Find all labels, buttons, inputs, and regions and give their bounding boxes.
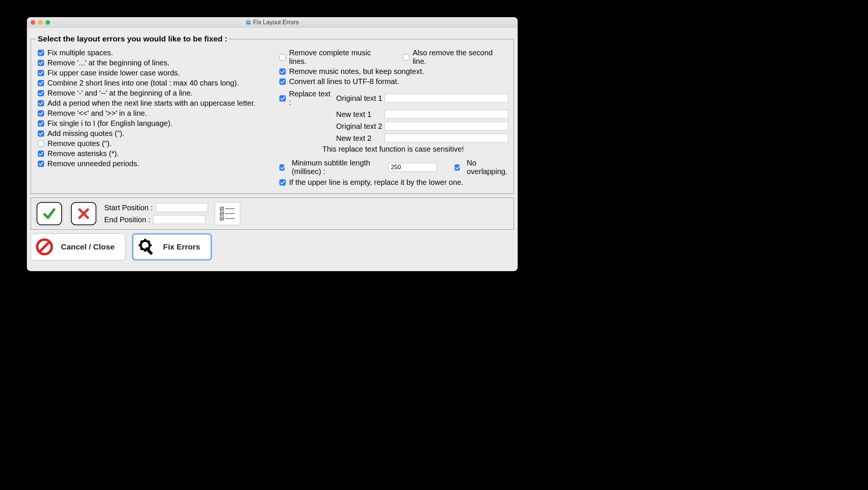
also-remove-second-checkbox[interactable]	[403, 54, 409, 61]
remove-asterisks-label: Remove asterisks (*).	[47, 149, 119, 158]
remove-ellipsis-label: Remove '...' at the beginning of lines.	[47, 59, 170, 67]
options-list-button[interactable]	[215, 202, 240, 225]
remove-dashes-checkbox[interactable]	[38, 90, 44, 96]
upper-empty-replace-checkbox[interactable]	[279, 179, 286, 186]
remove-music-lines-label: Remove complete music lines.	[289, 49, 390, 66]
min-length-checkbox[interactable]	[279, 164, 285, 171]
remove-unneeded-periods-checkbox[interactable]	[38, 161, 44, 167]
svg-line-18	[140, 241, 142, 242]
deselect-all-button[interactable]	[71, 202, 96, 225]
new-text-1-input[interactable]	[384, 110, 508, 119]
fix-upper-in-lower-checkbox[interactable]	[38, 70, 44, 76]
remove-music-notes-checkbox[interactable]	[279, 68, 286, 75]
new-text-1-label: New text 1	[336, 110, 382, 119]
min-length-input[interactable]	[388, 163, 437, 172]
remove-music-notes-label: Remove music notes, but keep songtext.	[289, 67, 424, 76]
combine-short-lines-checkbox[interactable]	[38, 80, 44, 86]
end-position-input[interactable]	[153, 215, 205, 224]
also-remove-second-label: Also remove the second line.	[413, 49, 508, 66]
svg-rect-0	[247, 20, 251, 24]
convert-utf8-checkbox[interactable]	[279, 78, 286, 85]
replace-text-checkbox[interactable]	[279, 95, 286, 102]
new-text-2-label: New text 2	[336, 134, 382, 143]
window-title: Fix Layout Errors	[27, 19, 518, 26]
add-missing-quotes-label: Add missing quotes (").	[47, 129, 124, 138]
app-icon	[246, 20, 251, 25]
add-period-label: Add a period when the next line starts w…	[47, 99, 255, 108]
remove-anglebrackets-checkbox[interactable]	[38, 110, 44, 117]
fix-multiple-spaces-label: Fix multiple spaces.	[47, 49, 113, 57]
titlebar: Fix Layout Errors	[27, 17, 518, 28]
remove-quotes-label: Remove quotes (").	[47, 139, 112, 148]
dialog-window: Fix Layout Errors Select the layout erro…	[27, 17, 518, 271]
upper-empty-replace-label: If the upper line is empty, replace it b…	[289, 178, 464, 187]
svg-rect-2	[247, 22, 250, 23]
svg-line-20	[140, 248, 142, 249]
range-group: Start Position : End Position :	[31, 198, 514, 230]
no-overlap-checkbox[interactable]	[455, 164, 460, 171]
prohibit-icon	[35, 237, 54, 257]
original-text-1-input[interactable]	[384, 94, 508, 103]
right-column: Remove complete music lines. Also remove…	[278, 47, 508, 188]
minimize-window-button[interactable]	[38, 20, 43, 25]
window-controls	[31, 20, 50, 25]
start-position-label: Start Position :	[104, 204, 153, 212]
original-text-2-label: Original text 2	[336, 122, 382, 131]
gear-wrench-icon	[137, 237, 156, 257]
left-column: Fix multiple spaces. Remove '...' at the…	[36, 47, 267, 188]
remove-music-lines-checkbox[interactable]	[279, 54, 286, 61]
no-overlap-label: No overlapping.	[467, 159, 508, 176]
fix-single-i-checkbox[interactable]	[38, 120, 44, 127]
checkmark-icon	[41, 205, 58, 222]
min-length-label: Minimum subtitle length (millisec) :	[292, 159, 382, 176]
original-text-1-label: Original text 1	[336, 94, 382, 103]
fix-single-i-label: Fix single i to I (for English language)…	[47, 119, 173, 128]
fix-errors-button-label: Fix Errors	[163, 242, 200, 251]
svg-point-13	[140, 241, 149, 250]
convert-utf8-label: Convert all lines to UTF-8 format.	[289, 77, 399, 86]
original-text-2-input[interactable]	[384, 122, 508, 131]
start-position-input[interactable]	[156, 203, 208, 212]
remove-quotes-checkbox[interactable]	[38, 140, 44, 147]
close-window-button[interactable]	[31, 20, 35, 25]
cancel-button[interactable]: Cancel / Close	[31, 233, 125, 260]
replace-note: This replace text function is case sensi…	[278, 145, 508, 153]
remove-dashes-label: Remove '-' and '--' at the beginning of …	[47, 89, 193, 97]
remove-asterisks-checkbox[interactable]	[38, 151, 44, 157]
fix-errors-button[interactable]: Fix Errors	[132, 233, 212, 260]
svg-line-21	[148, 241, 149, 242]
svg-rect-1	[247, 21, 250, 22]
add-missing-quotes-checkbox[interactable]	[38, 130, 44, 137]
remove-unneeded-periods-label: Remove unneeded periods.	[47, 159, 139, 168]
new-text-2-input[interactable]	[384, 134, 508, 143]
svg-line-12	[40, 242, 49, 252]
combine-short-lines-label: Combine 2 short lines into one (total : …	[47, 79, 239, 87]
replace-text-label: Replace text :	[289, 90, 334, 107]
remove-ellipsis-checkbox[interactable]	[38, 60, 44, 66]
remove-anglebrackets-label: Remove '<<' and '>>' in a line.	[47, 109, 147, 118]
cancel-button-label: Cancel / Close	[61, 242, 115, 251]
end-position-label: End Position :	[104, 215, 150, 224]
add-period-checkbox[interactable]	[38, 100, 44, 106]
checklist-icon	[218, 204, 237, 223]
select-all-button[interactable]	[37, 202, 62, 225]
layout-errors-group: Select the layout errors you would like …	[31, 34, 514, 194]
maximize-window-button[interactable]	[46, 20, 50, 25]
cross-icon	[75, 205, 92, 222]
group-legend: Select the layout errors you would like …	[36, 34, 229, 43]
fix-upper-in-lower-label: Fix upper case inside lower case words.	[47, 69, 180, 77]
fix-multiple-spaces-checkbox[interactable]	[38, 50, 44, 56]
